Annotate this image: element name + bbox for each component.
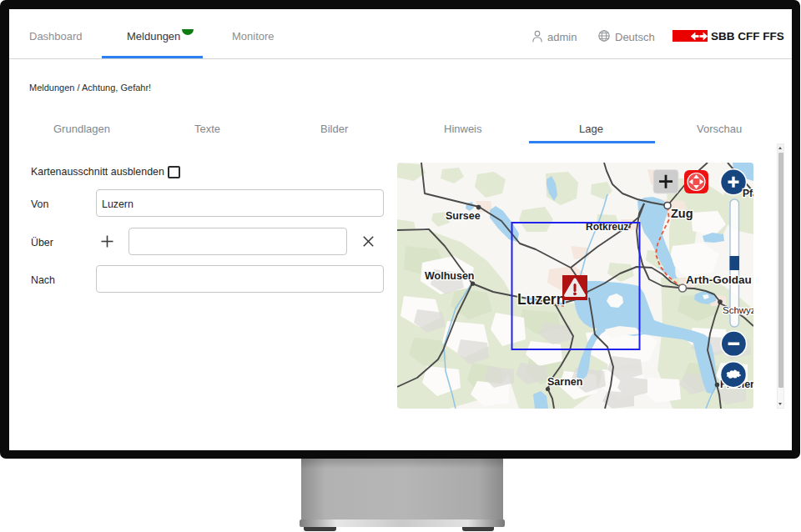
svg-text:Arth-Goldau: Arth-Goldau <box>686 274 752 286</box>
svg-text:Sarnen: Sarnen <box>547 376 582 388</box>
svg-text:Zug: Zug <box>671 207 693 220</box>
svg-text:Sursee: Sursee <box>446 210 481 222</box>
svg-text:Wolhusen: Wolhusen <box>425 270 475 282</box>
svg-text:Pfä: Pfä <box>743 188 753 199</box>
svg-text:Luzern: Luzern <box>517 291 565 308</box>
svg-text:Schwyz: Schwyz <box>723 305 753 315</box>
